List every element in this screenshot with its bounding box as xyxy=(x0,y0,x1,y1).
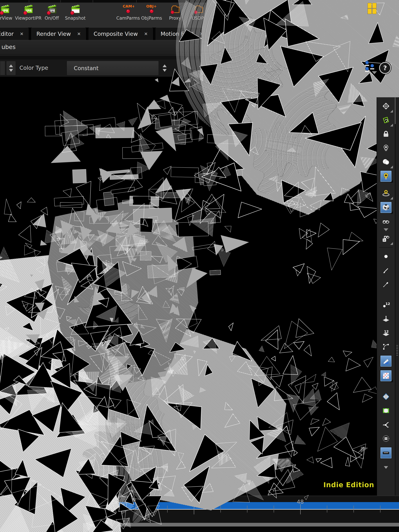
edition-watermark: Indie Edition xyxy=(323,481,374,489)
shelf-tool-label: ViewportIPR xyxy=(15,16,41,20)
spin-up-icon[interactable] xyxy=(163,64,167,67)
ghost-objects-icon xyxy=(382,217,390,226)
folder-icon xyxy=(169,3,181,16)
flyout-corner-icon[interactable] xyxy=(390,242,393,245)
shelf-toolbar: IPRerViewIPRViewportIPRIPROn/OffSnapshot… xyxy=(0,3,399,28)
cone-shade-icon[interactable] xyxy=(380,355,392,367)
ghost-objects-icon[interactable] xyxy=(380,216,392,227)
flyout-corner-icon[interactable] xyxy=(390,165,393,168)
add-light-icon[interactable] xyxy=(380,170,392,182)
point-numbers-icon[interactable]: 12 xyxy=(380,299,392,310)
group-select-icon[interactable] xyxy=(380,391,392,402)
tab-n-editor[interactable]: n Editor✕ xyxy=(0,27,28,40)
toolbar-divider xyxy=(379,247,393,248)
more-icon[interactable] xyxy=(380,462,392,473)
brush-icon[interactable] xyxy=(380,265,392,276)
spin-down-icon[interactable] xyxy=(9,69,13,72)
svg-text:CAM+: CAM+ xyxy=(123,4,134,8)
chevron-down-icon[interactable] xyxy=(372,71,377,74)
pane-edge-strip[interactable] xyxy=(395,97,399,496)
shelf-tool-snapshot[interactable]: Snapshot xyxy=(63,3,87,20)
light-ring-icon[interactable] xyxy=(380,188,392,199)
image-plane-icon xyxy=(382,406,390,415)
close-icon[interactable]: ✕ xyxy=(20,32,24,37)
viewport[interactable] xyxy=(0,77,399,496)
shelf-tool-camparms[interactable]: CAM+CamParms xyxy=(116,3,140,20)
uv-checker-icon[interactable] xyxy=(380,370,392,382)
path-bar[interactable]: ubes xyxy=(0,40,399,56)
flyout-corner-icon[interactable] xyxy=(390,211,393,214)
material-spheres-icon[interactable] xyxy=(380,156,392,167)
help-label: ? xyxy=(383,64,387,72)
brush-icon xyxy=(382,266,390,275)
close-icon[interactable]: ✕ xyxy=(144,32,148,37)
shelf-tool-viewportipr[interactable]: IPRViewportIPR xyxy=(17,3,40,20)
shelf-tool-label: USDPr xyxy=(192,16,205,20)
close-icon[interactable]: ✕ xyxy=(77,32,81,37)
color-type-label: Color Type xyxy=(19,65,48,71)
hull-display-icon xyxy=(382,342,390,351)
desktop-layout-icon[interactable] xyxy=(368,3,376,14)
clapper-onoff-icon: IPR xyxy=(46,3,58,16)
grip-handle[interactable] xyxy=(396,345,398,356)
tab-composite-view[interactable]: Composite View✕ xyxy=(89,27,153,40)
material-spheres-icon xyxy=(382,158,390,166)
shaded-cube-icon[interactable] xyxy=(380,202,392,213)
tab-label: Composite View xyxy=(94,31,138,37)
view-mask-icon[interactable] xyxy=(380,433,392,444)
flyout-corner-icon[interactable] xyxy=(390,124,393,127)
headlight-off-icon[interactable] xyxy=(380,142,392,153)
close-icon[interactable]: ✕ xyxy=(200,32,203,37)
headlight-off-icon xyxy=(382,144,390,152)
flyout-down-icon[interactable] xyxy=(384,228,388,231)
points-icon[interactable] xyxy=(380,251,392,262)
shelf-tool-on-off[interactable]: IPROn/Off xyxy=(40,3,63,20)
shelf-tool-objparms[interactable]: OBJ+ObjParms xyxy=(140,3,163,20)
help-button[interactable]: ? xyxy=(379,62,391,74)
svg-text:12: 12 xyxy=(384,329,389,333)
svg-text:OBJ+: OBJ+ xyxy=(146,4,157,8)
path-text: ubes xyxy=(1,44,16,51)
group-select-icon xyxy=(382,393,390,401)
shelf-tool-usdpr[interactable]: USDPr xyxy=(187,3,210,20)
pane-divider xyxy=(0,55,399,60)
origin-axes-icon[interactable] xyxy=(380,419,392,430)
spin-up-icon[interactable] xyxy=(9,64,13,67)
clapper-ipr-icon: IPR xyxy=(0,3,11,16)
prim-numbers-icon[interactable]: 12 xyxy=(380,327,392,338)
view-rotate-icon[interactable] xyxy=(380,101,392,112)
uv-checker-icon xyxy=(382,372,390,380)
shelf-tool-proxy[interactable]: Proxy xyxy=(163,3,187,20)
light-ring-icon xyxy=(382,189,390,197)
set-view-icon[interactable] xyxy=(380,114,392,126)
shelf-separator xyxy=(29,0,29,2)
lock-icon[interactable] xyxy=(380,128,392,139)
color-type-spinner[interactable] xyxy=(6,61,16,75)
frame-tick xyxy=(141,506,141,513)
badge-plus-icon: OBJ+ xyxy=(146,3,158,16)
visible-objects-icon xyxy=(382,234,390,243)
dropdown-spinner[interactable] xyxy=(161,63,168,73)
flyout-corner-icon[interactable] xyxy=(390,110,393,113)
point-normals-icon[interactable] xyxy=(380,313,392,324)
shelf-tool-erview[interactable]: IPRerView xyxy=(0,3,17,20)
playbar[interactable] xyxy=(90,502,399,509)
pen-icon[interactable] xyxy=(380,279,392,290)
lock-icon xyxy=(382,130,390,138)
flyout-corner-icon[interactable] xyxy=(390,380,393,382)
flat-bar-icon[interactable] xyxy=(380,447,392,459)
visible-objects-icon[interactable] xyxy=(380,233,392,244)
display-options-icon[interactable] xyxy=(364,61,370,73)
tab-render-view[interactable]: Render View✕ xyxy=(31,27,86,40)
hull-display-icon[interactable] xyxy=(380,341,392,352)
frame-tick xyxy=(380,506,380,513)
tab-motion-fx-v[interactable]: Motion FX V✕ xyxy=(156,27,208,40)
shelf-separator xyxy=(60,0,61,2)
flyout-corner-icon[interactable] xyxy=(390,197,393,200)
partial-button[interactable] xyxy=(0,61,5,75)
image-plane-icon[interactable] xyxy=(380,405,392,416)
flyout-corner-icon[interactable] xyxy=(390,180,393,183)
timeline-scrollbar[interactable] xyxy=(0,523,399,526)
spin-down-icon[interactable] xyxy=(163,69,167,72)
color-type-dropdown[interactable]: Constant xyxy=(67,61,159,76)
